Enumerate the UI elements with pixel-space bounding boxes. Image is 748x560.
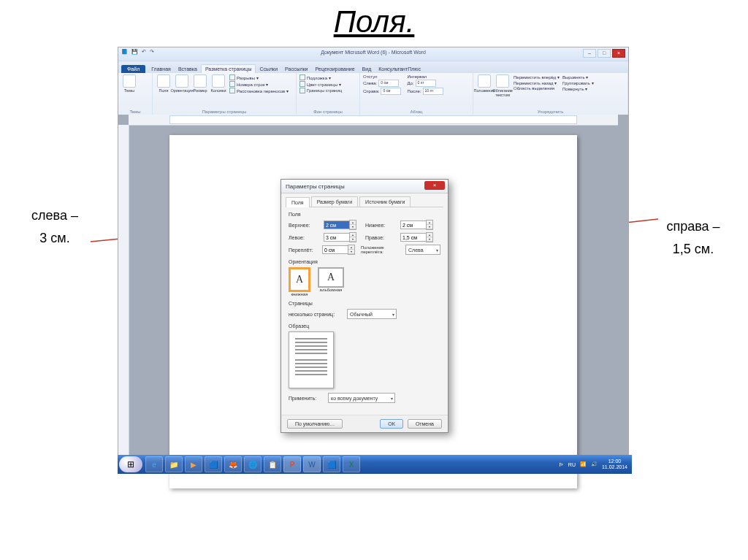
maximize-button[interactable]: □ [598, 49, 611, 58]
label-gutter-pos: Положение переплёта: [361, 245, 402, 254]
position-button[interactable]: Положение [476, 74, 492, 97]
taskbar-excel-icon[interactable]: X [343, 456, 360, 472]
page-setup-dialog: Параметры страницы × Поля Размер бумаги … [280, 179, 449, 433]
tab-home[interactable]: Главная [148, 65, 175, 73]
close-button[interactable]: × [612, 49, 625, 58]
wrap-text-button[interactable]: Обтекание текстом [495, 74, 511, 97]
cancel-button[interactable]: Отмена [408, 419, 442, 429]
right-margin-field[interactable] [400, 233, 427, 242]
tab-page-layout[interactable]: Разметка страницы [201, 64, 256, 73]
page-borders-menu[interactable]: Границы страниц [299, 88, 356, 93]
tray-flag-icon[interactable]: 🏳 [559, 462, 564, 467]
orientation-portrait[interactable]: A книжная [289, 267, 310, 296]
spacing-before-spinner[interactable]: 0 пт [416, 80, 436, 87]
margins-button[interactable]: Поля [156, 74, 172, 93]
label-bottom: Нижнее: [365, 223, 397, 228]
bottom-margin-field[interactable] [400, 220, 427, 229]
ribbon-group-title: Фон страницы [299, 110, 356, 114]
top-margin-field[interactable] [324, 220, 350, 229]
align-menu[interactable]: Выровнять ▾ [562, 74, 594, 80]
taskbar-app-icon[interactable]: 🟦 [205, 456, 222, 472]
label-multiple-pages: несколько страниц: [289, 312, 344, 317]
section-title: Ориентация [289, 259, 440, 264]
label-right: Правое: [365, 235, 397, 240]
tab-consultant[interactable]: КонсультантПлюс [375, 65, 424, 73]
dialog-tab-paper-size[interactable]: Размер бумаги [311, 196, 358, 207]
section-title: Образец [289, 323, 440, 329]
multiple-pages-combo[interactable]: Обычный [347, 309, 397, 319]
label-apply-to: Применить: [289, 396, 325, 401]
ribbon: Темы Темы Поля Ориентация Размер Колонки… [118, 73, 628, 116]
dialog-titlebar: Параметры страницы × [281, 180, 448, 193]
taskbar-firefox-icon[interactable]: 🦊 [224, 456, 242, 472]
tab-references[interactable]: Ссылки [256, 65, 281, 73]
tab-insert[interactable]: Вставка [175, 65, 201, 73]
group-menu[interactable]: Группировать ▾ [562, 80, 594, 85]
size-button[interactable]: Размер [192, 74, 208, 93]
taskbar-explorer-icon[interactable]: 📁 [165, 456, 183, 472]
tray-lang[interactable]: RU [568, 462, 576, 467]
annotation-right-line2: 1,5 см. [646, 238, 741, 261]
ribbon-group-arrange: Положение Обтекание текстом Переместить … [473, 73, 628, 115]
ribbon-group-title: Абзац [363, 110, 470, 114]
indent-label: Отступ [363, 74, 401, 79]
orientation-button[interactable]: Ориентация [174, 74, 190, 93]
file-tab[interactable]: Файл [121, 65, 145, 73]
spinner-buttons[interactable]: ▴▾ [426, 232, 433, 242]
tray-clock[interactable]: 12:00 11.02.2014 [602, 459, 627, 471]
watermark-menu[interactable]: Подложка ▾ [299, 74, 356, 80]
default-button[interactable]: По умолчанию… [287, 419, 343, 429]
tab-mailings[interactable]: Рассылки [281, 65, 311, 73]
dialog-tab-paper-source[interactable]: Источник бумаги [359, 196, 411, 207]
themes-button[interactable]: Темы [121, 74, 137, 93]
gutter-field[interactable] [322, 245, 348, 254]
bring-forward-menu[interactable]: Переместить вперёд ▾ [514, 74, 560, 80]
indent-left-spinner[interactable]: 0 см [378, 80, 399, 87]
spacing-label: Интервал [407, 74, 443, 79]
spinner-buttons[interactable]: ▴▾ [349, 232, 356, 242]
spinner-buttons[interactable]: ▴▾ [348, 245, 355, 255]
annotation-left-line1: слева – [7, 204, 102, 227]
tab-view[interactable]: Вид [359, 65, 375, 73]
document-area: Параметры страницы × Поля Размер бумаги … [118, 115, 628, 459]
spinner-buttons[interactable]: ▴▾ [426, 220, 433, 230]
tray-sound-icon[interactable]: 🔊 [591, 461, 598, 467]
word-window: 📘 💾 ↶ ↷ Документ Microsoft Word (6) - Mi… [118, 47, 629, 472]
slide-title: Поля. [0, 0, 748, 39]
window-title: Документ Microsoft Word (6) - Microsoft … [118, 50, 628, 55]
dialog-close-button[interactable]: × [424, 181, 445, 190]
minimize-button[interactable]: – [583, 49, 596, 58]
dialog-section-margins: Поля Верхнее: ▴▾ Нижнее: ▴▾ Левое: ▴▾ Пр… [289, 212, 440, 255]
page-color-menu[interactable]: Цвет страницы ▾ [299, 81, 356, 87]
ribbon-group-page-bg: Подложка ▾ Цвет страницы ▾ Границы стран… [297, 73, 360, 115]
tab-review[interactable]: Рецензирование [312, 65, 359, 73]
taskbar-app2-icon[interactable]: 🟦 [323, 456, 340, 472]
taskbar-powerpoint-icon[interactable]: P [283, 456, 301, 472]
taskbar-ie-icon[interactable]: e [145, 456, 163, 472]
hyphenation-menu[interactable]: Расстановка переносов ▾ [229, 88, 289, 93]
taskbar-word-icon[interactable]: W [303, 456, 321, 472]
gutter-position-combo[interactable]: Слева [405, 245, 440, 255]
taskbar-office-icon[interactable]: 📋 [264, 456, 281, 472]
section-title: Страницы [289, 301, 440, 306]
left-margin-field[interactable] [324, 233, 350, 242]
columns-button[interactable]: Колонки [210, 74, 226, 93]
indent-right-spinner[interactable]: 0 см [381, 88, 401, 95]
spinner-buttons[interactable]: ▴▾ [349, 220, 356, 230]
apply-to-combo[interactable]: ко всему документу [328, 393, 395, 403]
start-button[interactable]: ⊞ [119, 456, 142, 472]
orientation-landscape[interactable]: A альбомная [318, 267, 344, 296]
rotate-menu[interactable]: Повернуть ▾ [562, 86, 594, 91]
taskbar-chrome-icon[interactable]: 🌐 [244, 456, 262, 472]
ribbon-group-themes: Темы Темы [118, 73, 153, 115]
breaks-menu[interactable]: Разрывы ▾ [229, 74, 289, 80]
spacing-after-spinner[interactable]: 10 пт [423, 88, 443, 95]
selection-pane-menu[interactable]: Область выделения [514, 86, 560, 91]
taskbar-media-icon[interactable]: ▶ [185, 456, 202, 472]
tray-network-icon[interactable]: 📶 [580, 461, 587, 467]
dialog-title: Параметры страницы [286, 183, 345, 190]
line-numbers-menu[interactable]: Номера строк ▾ [229, 81, 289, 87]
dialog-tab-margins[interactable]: Поля [286, 197, 310, 207]
ok-button[interactable]: ОК [380, 419, 403, 429]
send-backward-menu[interactable]: Переместить назад ▾ [514, 80, 560, 85]
